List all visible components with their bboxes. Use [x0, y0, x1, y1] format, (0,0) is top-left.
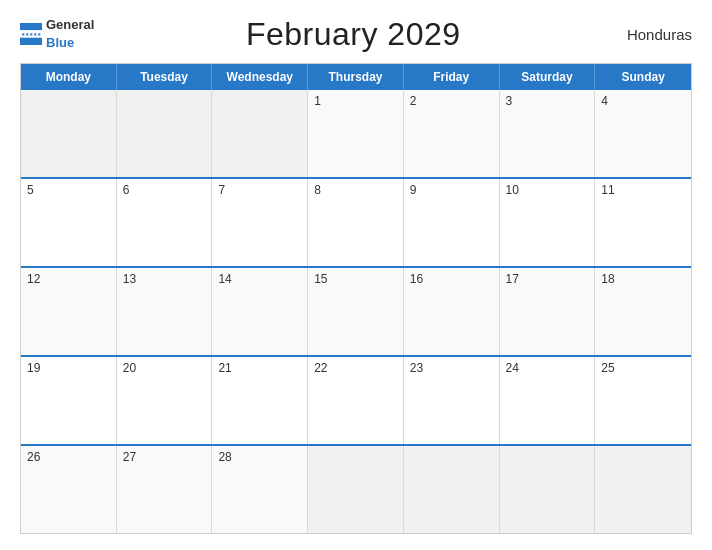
svg-rect-2 — [20, 38, 42, 45]
day-number: 5 — [27, 183, 110, 197]
svg-text:★★★★★: ★★★★★ — [21, 31, 42, 37]
calendar-cell — [404, 446, 500, 533]
day-number: 19 — [27, 361, 110, 375]
calendar-week-4: 19202122232425 — [21, 355, 691, 444]
day-number: 16 — [410, 272, 493, 286]
day-number: 23 — [410, 361, 493, 375]
day-number: 21 — [218, 361, 301, 375]
calendar-cell: 16 — [404, 268, 500, 355]
day-number: 18 — [601, 272, 685, 286]
logo-icon: ★★★★★ — [20, 23, 42, 45]
calendar-cell: 22 — [308, 357, 404, 444]
calendar-cell: 1 — [308, 90, 404, 177]
day-number: 20 — [123, 361, 206, 375]
month-title: February 2029 — [246, 16, 461, 53]
day-number: 27 — [123, 450, 206, 464]
day-number: 15 — [314, 272, 397, 286]
calendar-cell: 8 — [308, 179, 404, 266]
calendar-cell: 24 — [500, 357, 596, 444]
calendar-cell: 11 — [595, 179, 691, 266]
calendar-cell: 2 — [404, 90, 500, 177]
day-number: 13 — [123, 272, 206, 286]
page: ★★★★★ General Blue February 2029 Hondura… — [0, 0, 712, 550]
header-day-wednesday: Wednesday — [212, 64, 308, 90]
day-number: 11 — [601, 183, 685, 197]
calendar-cell: 15 — [308, 268, 404, 355]
day-number: 8 — [314, 183, 397, 197]
day-number: 10 — [506, 183, 589, 197]
day-number: 7 — [218, 183, 301, 197]
logo: ★★★★★ General Blue — [20, 18, 94, 50]
day-number: 25 — [601, 361, 685, 375]
calendar-cell — [212, 90, 308, 177]
calendar-cell: 7 — [212, 179, 308, 266]
calendar-cell: 3 — [500, 90, 596, 177]
calendar-cell — [595, 446, 691, 533]
logo-blue: Blue — [46, 35, 74, 50]
day-number: 17 — [506, 272, 589, 286]
calendar-cell: 25 — [595, 357, 691, 444]
day-number: 9 — [410, 183, 493, 197]
calendar-cell: 19 — [21, 357, 117, 444]
calendar-cell: 10 — [500, 179, 596, 266]
header: ★★★★★ General Blue February 2029 Hondura… — [20, 16, 692, 53]
calendar-cell: 27 — [117, 446, 213, 533]
day-number: 1 — [314, 94, 397, 108]
day-number: 2 — [410, 94, 493, 108]
calendar-cell: 4 — [595, 90, 691, 177]
calendar-cell: 13 — [117, 268, 213, 355]
calendar-cell: 21 — [212, 357, 308, 444]
header-day-tuesday: Tuesday — [117, 64, 213, 90]
calendar-week-3: 12131415161718 — [21, 266, 691, 355]
calendar-cell: 5 — [21, 179, 117, 266]
day-number: 26 — [27, 450, 110, 464]
header-day-friday: Friday — [404, 64, 500, 90]
header-day-saturday: Saturday — [500, 64, 596, 90]
day-number: 24 — [506, 361, 589, 375]
svg-rect-0 — [20, 23, 42, 30]
day-number: 4 — [601, 94, 685, 108]
calendar-week-5: 262728 — [21, 444, 691, 533]
calendar-week-2: 567891011 — [21, 177, 691, 266]
calendar-cell: 9 — [404, 179, 500, 266]
calendar-cell: 12 — [21, 268, 117, 355]
header-day-monday: Monday — [21, 64, 117, 90]
day-number: 28 — [218, 450, 301, 464]
header-day-thursday: Thursday — [308, 64, 404, 90]
calendar-cell — [500, 446, 596, 533]
calendar-cell — [117, 90, 213, 177]
calendar-cell: 28 — [212, 446, 308, 533]
calendar-cell: 17 — [500, 268, 596, 355]
country-label: Honduras — [612, 26, 692, 43]
calendar: MondayTuesdayWednesdayThursdayFridaySatu… — [20, 63, 692, 534]
day-number: 6 — [123, 183, 206, 197]
calendar-header: MondayTuesdayWednesdayThursdayFridaySatu… — [21, 64, 691, 90]
calendar-cell: 6 — [117, 179, 213, 266]
day-number: 14 — [218, 272, 301, 286]
day-number: 22 — [314, 361, 397, 375]
calendar-cell: 20 — [117, 357, 213, 444]
calendar-cell — [308, 446, 404, 533]
day-number: 12 — [27, 272, 110, 286]
calendar-cell — [21, 90, 117, 177]
calendar-cell: 18 — [595, 268, 691, 355]
calendar-cell: 26 — [21, 446, 117, 533]
logo-text: General Blue — [46, 18, 94, 50]
calendar-body: 1234567891011121314151617181920212223242… — [21, 90, 691, 533]
day-number: 3 — [506, 94, 589, 108]
calendar-cell: 14 — [212, 268, 308, 355]
calendar-cell: 23 — [404, 357, 500, 444]
header-day-sunday: Sunday — [595, 64, 691, 90]
logo-general: General — [46, 18, 94, 32]
calendar-week-1: 1234 — [21, 90, 691, 177]
